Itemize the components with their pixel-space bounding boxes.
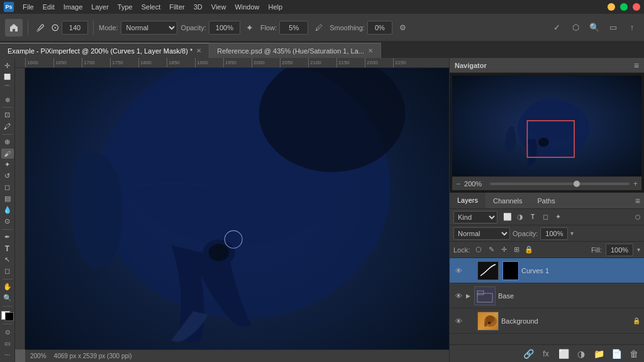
butterfly-icon[interactable]: ⬡ [569,21,582,35]
mode-select[interactable]: Normal [121,21,177,35]
layers-menu-icon[interactable]: ≡ [635,196,640,206]
menu-image[interactable]: Image [64,3,83,11]
new-layer-icon[interactable]: 📄 [610,348,623,360]
hand-tool[interactable]: ✋ [1,281,14,291]
zoom-slider-thumb[interactable] [574,181,580,187]
opacity-dropdown-arrow[interactable]: ▾ [570,230,574,237]
share-icon[interactable]: ↑ [625,21,639,35]
lock-move-icon[interactable]: ✛ [499,245,509,255]
eraser-tool[interactable]: ◻ [1,183,14,193]
menu-layer[interactable]: Layer [91,3,109,11]
crop-tool[interactable]: ⊡ [1,110,14,120]
quick-mask-icon[interactable]: ⊙ [1,327,14,337]
filter-kind-select[interactable]: Kind [453,211,497,223]
menu-type[interactable]: Type [118,3,133,11]
pixel-filter-icon[interactable]: ⬜ [502,212,513,222]
type-filter-icon[interactable]: T [528,212,538,222]
menu-filter[interactable]: Filter [169,3,184,11]
filter-toggle[interactable] [635,215,640,220]
layer-row-background[interactable]: 👁 [450,308,644,334]
home-button[interactable] [5,19,23,37]
navigator-thumbnail[interactable] [452,76,641,176]
layer-row-curves1[interactable]: 👁 Curves 1 [450,258,644,283]
background-color[interactable] [5,312,14,321]
tab-reference-close[interactable]: ✕ [368,47,373,54]
shape-tool[interactable]: ◻ [1,266,14,276]
history-brush-tool[interactable]: ↺ [1,171,14,181]
smoothing-options-icon[interactable]: ⚙ [396,21,410,35]
brush-tool-icon[interactable] [33,21,47,35]
lasso-tool[interactable]: ⌒ [1,83,14,93]
symmetry-icon[interactable]: ✓ [550,21,564,35]
menu-edit[interactable]: Edit [43,3,55,11]
brush-size-icon[interactable]: ⊙ [51,21,59,33]
tab-channels[interactable]: Channels [486,193,530,208]
dodge-tool[interactable]: ⊙ [1,217,14,227]
zoom-slider[interactable] [490,183,630,185]
menu-file[interactable]: File [23,3,34,11]
menu-view[interactable]: View [211,3,226,11]
more-tools[interactable]: ··· [1,349,14,359]
close-button[interactable] [633,3,640,11]
flow-pressure-icon[interactable]: 🖊 [312,21,326,35]
layer-visibility-curves1[interactable]: 👁 [453,266,464,276]
link-layers-icon[interactable]: 🔗 [522,348,535,360]
blur-tool[interactable]: 💧 [1,205,14,215]
add-mask-icon[interactable]: ⬜ [557,348,570,360]
pen-tool[interactable]: ✒ [1,232,14,242]
lock-artboard-icon[interactable]: ⊞ [511,245,521,255]
maximize-button[interactable] [620,3,628,11]
delete-layer-icon[interactable]: 🗑 [628,348,640,360]
zoom-tool[interactable]: 🔍 [1,293,14,303]
menu-window[interactable]: Window [235,3,259,11]
tab-reference[interactable]: Reference.psd @ 435% (Hue/Saturation 1, … [209,43,381,58]
lock-paint-icon[interactable]: ✎ [486,245,496,255]
opacity-value-input[interactable] [540,227,568,240]
marquee-tool[interactable]: ⬜ [1,72,14,82]
adjustment-filter-icon[interactable]: ◑ [515,212,525,222]
canvas-image[interactable] [25,68,449,349]
new-group-icon[interactable]: 📁 [592,348,605,360]
group-arrow-base[interactable]: ▶ [466,293,470,299]
flow-input[interactable] [279,21,308,35]
layer-effects-icon[interactable]: fx [540,348,552,360]
healing-tool[interactable]: ⊕ [1,137,14,147]
fill-dropdown-arrow[interactable]: ▾ [637,246,640,253]
path-select-tool[interactable]: ↖ [1,255,14,265]
layer-visibility-bg[interactable]: 👁 [453,316,464,326]
stamp-tool[interactable]: ✦ [1,160,14,170]
menu-3d[interactable]: 3D [194,3,203,11]
navigator-menu-icon[interactable]: ≡ [634,60,639,71]
color-swatches[interactable] [1,311,14,321]
blend-mode-select[interactable]: Normal [453,227,510,240]
screen-mode-icon[interactable]: ▭ [1,338,14,348]
brush-size-input[interactable] [62,21,88,35]
search-icon[interactable]: 🔍 [587,21,601,35]
shape-filter-icon[interactable]: ◻ [540,212,550,222]
tab-example[interactable]: Example - PiXimperfect @ 200% (Curves 1,… [0,43,209,58]
menu-select[interactable]: Select [142,3,161,11]
new-adjustment-icon[interactable]: ◑ [575,348,587,360]
text-tool[interactable]: T [1,244,14,254]
move-tool[interactable]: ✛ [1,60,14,71]
layer-visibility-base[interactable]: 👁 [453,291,464,301]
tab-paths[interactable]: Paths [530,193,563,208]
tab-layers[interactable]: Layers [450,193,486,208]
minimize-button[interactable] [608,3,615,11]
eyedropper-tool[interactable]: 🖍 [1,122,14,132]
workspace-icon[interactable]: ▭ [606,21,620,35]
zoom-in-icon[interactable]: + [633,179,638,188]
zoom-out-icon[interactable]: − [456,179,460,188]
fill-value-input[interactable] [606,244,633,256]
layer-row-base[interactable]: 👁 ▶ Base [450,283,644,308]
lock-transparent-icon[interactable]: ⬡ [474,245,484,255]
opacity-input[interactable] [209,21,240,35]
brush-tool[interactable]: 🖌 [1,149,14,159]
quick-select-tool[interactable]: ⊕ [1,94,14,105]
airbrush-icon[interactable]: ✦ [243,21,257,35]
menu-help[interactable]: Help [269,3,283,11]
lock-all-icon[interactable]: 🔒 [524,245,534,255]
tab-example-close[interactable]: ✕ [196,47,201,54]
gradient-tool[interactable]: ▤ [1,194,14,204]
navigator-header[interactable]: Navigator ≡ [450,58,644,73]
